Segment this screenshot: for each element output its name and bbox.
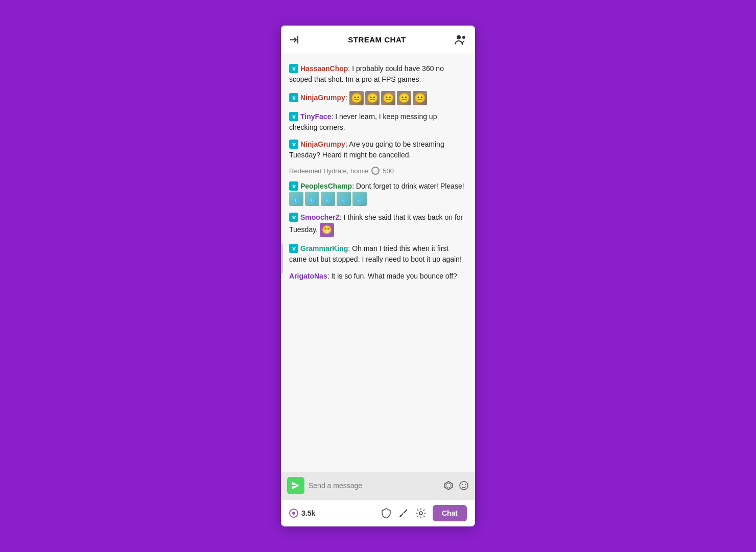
message-row: NinjaGrumpy: Are you going to be streami… [281,136,475,164]
messages-area: HassaanChop: I probably could have 360 n… [281,54,475,472]
message-row: GrammarKing: Oh man I tried this when it… [281,240,475,268]
message-text: : [345,94,349,102]
subscriber-badge [289,213,298,222]
svg-point-13 [419,512,422,515]
svg-point-8 [465,484,466,485]
username-ninjagrumpy2[interactable]: NinjaGrumpy [300,140,345,148]
viewer-icon [289,509,298,518]
emote [349,91,364,105]
svg-marker-4 [444,481,453,490]
subscriber-badge [289,93,298,102]
svg-point-2 [457,35,461,39]
emote-row [289,192,367,206]
redemption-row: Redeemed Hydrate, homie 500 [281,164,475,178]
message-row: SmoocherZ: I think she said that it was … [281,209,475,240]
svg-line-10 [400,515,401,517]
message-row: TinyFace: I never learn, I keep messing … [281,108,475,136]
bottom-bar: 3.5k Chat [281,499,475,526]
emote [337,192,351,206]
subscriber-badge [289,140,298,149]
emote-button[interactable] [459,480,469,491]
message-text: : Dont forget to drink water! Please! [352,182,464,190]
message-input[interactable] [309,481,439,490]
users-button[interactable] [455,34,467,45]
message-row: ArigatoNas: It is so fun. What made you … [281,268,475,285]
username-pchamp[interactable]: PeoplesChamp [300,182,352,190]
username-tinyface[interactable]: TinyFace [300,112,331,121]
emote [305,192,319,206]
coin-icon [371,167,380,175]
username-hassaanchop[interactable]: HassaanChop [300,64,348,73]
subscriber-badge [289,244,298,253]
emote [365,91,380,105]
emote [289,192,303,206]
header-title: STREAM CHAT [348,35,406,44]
viewer-count-text: 3.5k [301,509,315,517]
message-row: PeoplesChamp: Dont forget to drink water… [281,178,475,209]
emote [381,91,395,105]
username-grammarking[interactable]: GrammarKing [300,244,348,252]
svg-point-7 [462,484,463,485]
emote: 😁 [320,223,334,237]
message-row: NinjaGrumpy: [281,88,475,108]
message-row: HassaanChop: I probably could have 360 n… [281,60,475,88]
username-smoocherz[interactable]: SmoocherZ [300,213,340,221]
username-arigato[interactable]: ArigatoNas [289,272,327,280]
shield-button[interactable] [381,508,392,519]
svg-point-6 [460,481,468,490]
bits-button[interactable] [443,480,454,491]
username-ninjagrumpy[interactable]: NinjaGrumpy [300,94,345,102]
message-text: : It is so fun. What made you bounce off… [327,272,457,280]
chat-panel: STREAM CHAT HassaanChop: I probably coul… [281,26,475,526]
redemption-points: 500 [383,167,394,175]
emote-row [349,91,427,105]
svg-marker-5 [446,483,451,488]
bottom-actions: Chat [381,505,467,521]
scrollbar[interactable] [281,243,283,274]
redemption-text: Redeemed Hydrate, homie [289,167,368,175]
emote [352,192,367,206]
subscriber-badge [289,181,298,191]
input-area [281,472,475,499]
subscriber-badge [289,112,298,121]
emote [321,192,335,206]
collapse-button[interactable] [289,35,299,45]
sword-button[interactable] [398,508,409,519]
input-actions [443,480,469,491]
svg-line-11 [405,510,407,512]
viewer-count: 3.5k [289,509,315,518]
emote [413,91,427,105]
send-button[interactable] [287,477,304,494]
emote [397,91,411,105]
subscriber-badge [289,64,298,73]
settings-button[interactable] [415,508,427,519]
svg-point-3 [462,36,465,39]
chat-header: STREAM CHAT [281,26,475,54]
chat-button[interactable]: Chat [433,505,467,521]
